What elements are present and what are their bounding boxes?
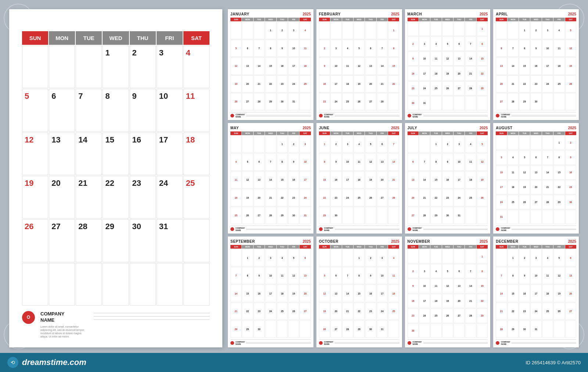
small-day-cell: 31	[300, 207, 311, 224]
small-day-cell: 21	[388, 171, 399, 189]
small-day-cell: 8	[519, 40, 530, 57]
small-day-cell: 5	[354, 40, 365, 57]
small-day-cell: 1	[319, 136, 330, 153]
small-cal-grid: 1234567891011121314151617181920212223242…	[319, 249, 399, 338]
small-day-cell: 29	[430, 207, 441, 224]
small-day-header: SUN	[408, 131, 419, 135]
large-day-cell: 19	[22, 176, 48, 218]
small-day-cell	[453, 96, 465, 110]
small-year: 2025	[480, 126, 488, 130]
small-day-cell: 1	[508, 249, 519, 267]
small-day-cell: 10	[342, 153, 353, 171]
small-cal-grid: 1234567891011121314151617181920212223242…	[408, 22, 488, 111]
small-company-logo	[496, 227, 499, 231]
small-day-cell: 8	[354, 267, 365, 285]
small-day-cell: 10	[530, 267, 541, 285]
small-day-header: SAT	[388, 18, 399, 21]
small-month-name: DECEMBER	[496, 239, 518, 243]
small-cal-grid: 1234567891011121314151617181920212223242…	[319, 136, 399, 224]
small-day-cell: 6	[453, 36, 465, 51]
small-cal-footer: COMPANYNAME	[496, 225, 576, 231]
small-day-cell	[419, 249, 430, 263]
small-day-header: THU	[365, 245, 376, 249]
small-company-name: COMPANYNAME	[236, 227, 245, 231]
small-day-cell: 15	[265, 57, 276, 75]
small-day-cell: 25	[465, 189, 476, 206]
small-day-cell: 27	[453, 308, 465, 323]
small-day-cell: 25	[542, 303, 553, 320]
small-cal-header: SEPTEMBER2025	[230, 239, 311, 243]
small-day-header: MON	[242, 18, 253, 21]
small-day-header: MON	[508, 18, 519, 21]
small-day-cell: 9	[254, 267, 265, 285]
small-day-header: FRI	[465, 245, 476, 249]
small-day-cell	[265, 136, 276, 153]
small-cal-grid: 1234567891011121314151617181920212223242…	[496, 22, 576, 111]
small-day-cell: 9	[530, 40, 541, 57]
small-day-cell: 16	[530, 57, 541, 75]
large-day-cell: 14	[76, 133, 102, 175]
small-day-cell	[342, 207, 353, 224]
small-cal-january: JANUARY2025SUNMONTUEWEDTHUFRISAT12345678…	[228, 9, 313, 120]
small-day-header: SAT	[300, 18, 311, 21]
small-day-cell: 29	[477, 308, 488, 323]
small-day-cell: 12	[442, 279, 453, 293]
small-cal-footer: COMPANYNAME	[496, 339, 576, 345]
small-day-cell: 14	[542, 165, 553, 180]
small-day-cell: 24	[453, 189, 465, 206]
small-day-cell	[553, 93, 564, 111]
small-company-logo	[230, 341, 234, 345]
small-day-cell	[465, 207, 476, 224]
small-day-cell: 21	[230, 303, 241, 320]
large-day-cell	[22, 263, 48, 306]
small-day-cell: 19	[565, 57, 576, 75]
small-day-cell: 5	[565, 22, 576, 39]
small-day-cell: 27	[254, 207, 265, 224]
small-company-logo	[496, 341, 499, 345]
small-footer-lines	[335, 229, 399, 230]
small-day-cell: 22	[319, 189, 330, 206]
small-day-cell: 7	[254, 40, 265, 57]
large-day-cell	[183, 263, 209, 306]
small-month-name: FEBRUARY	[319, 12, 341, 16]
small-day-header: SUN	[319, 18, 330, 21]
small-day-cell: 12	[442, 51, 453, 66]
small-day-cell: 31	[377, 320, 388, 338]
small-company-name: COMPANYNAME	[501, 341, 510, 345]
small-day-cell: 8	[477, 264, 488, 278]
small-day-cell	[542, 136, 553, 150]
small-day-cell: 7	[542, 150, 553, 165]
small-day-cell: 7	[465, 36, 476, 51]
small-day-cell: 31	[530, 320, 541, 338]
small-day-cell: 19	[365, 171, 376, 189]
small-company-name: COMPANYNAME	[413, 341, 422, 345]
small-day-cell: 10	[419, 279, 430, 293]
small-day-cell: 9	[330, 153, 341, 171]
small-day-cell: 22	[508, 303, 519, 320]
small-day-cell: 23	[408, 81, 419, 95]
small-day-cell: 22	[277, 189, 288, 206]
small-day-cell	[465, 324, 476, 338]
small-day-cell: 18	[542, 285, 553, 302]
small-company-name: COMPANYNAME	[324, 341, 333, 345]
small-day-cell: 24	[419, 81, 430, 95]
large-day-cell: 26	[22, 219, 48, 262]
small-day-cell: 22	[553, 180, 564, 194]
small-day-cell: 24	[496, 195, 507, 209]
small-day-cell: 12	[477, 153, 488, 171]
small-month-name: JUNE	[319, 126, 330, 130]
small-day-cell: 1	[277, 136, 288, 153]
small-day-cell: 11	[388, 267, 399, 285]
small-day-cell: 2	[530, 22, 541, 39]
small-month-name: JANUARY	[230, 12, 249, 16]
small-day-header: MON	[419, 131, 430, 135]
large-day-cell	[76, 46, 102, 88]
small-day-cell	[430, 22, 441, 36]
small-day-cell: 28	[508, 93, 519, 111]
small-day-cell: 16	[408, 294, 419, 308]
small-day-cell: 19	[553, 285, 564, 302]
small-day-cell: 4	[354, 136, 365, 153]
small-day-cell: 7	[465, 264, 476, 278]
small-day-cell: 2	[277, 22, 288, 39]
small-day-cell: 17	[330, 75, 341, 93]
